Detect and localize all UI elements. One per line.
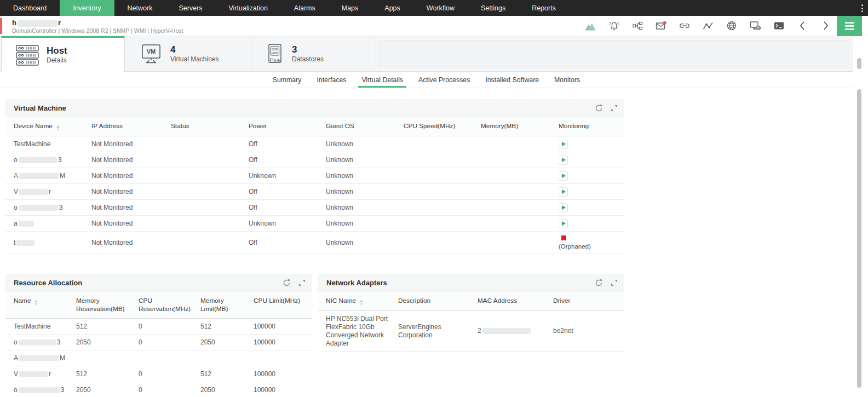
- start-monitoring-button[interactable]: [559, 219, 568, 228]
- response-time-icon[interactable]: [702, 20, 714, 31]
- column-header[interactable]: Description: [390, 292, 470, 311]
- nav-overflow-menu-icon[interactable]: [861, 4, 863, 12]
- tab-title: 4: [170, 44, 219, 55]
- refresh-icon[interactable]: [595, 279, 603, 287]
- expand-icon[interactable]: [611, 105, 618, 112]
- start-monitoring-button[interactable]: [559, 156, 568, 165]
- tab-host-details[interactable]: Host Details: [1, 36, 125, 72]
- mac-address-cell: 2: [470, 311, 545, 352]
- ip-address-cell: Not Monitored: [83, 232, 163, 254]
- column-header[interactable]: CPU Speed(MHz): [395, 117, 473, 136]
- status-cell: [163, 184, 240, 200]
- column-header[interactable]: Memory Limit(MB): [192, 292, 245, 319]
- sort-icon[interactable]: [35, 300, 38, 306]
- vm-table-row[interactable]: a Not Monitored Unknown Unknown: [5, 216, 624, 232]
- web-console-icon[interactable]: [726, 20, 738, 31]
- column-header[interactable]: Status: [163, 117, 240, 136]
- network-adapters-table: NIC Name Description MAC Address Driver …: [318, 292, 624, 352]
- column-header[interactable]: Monitoring: [550, 117, 624, 136]
- sort-icon[interactable]: [56, 125, 60, 131]
- vm-table-row[interactable]: Vr Not Monitored Off Unknown: [5, 184, 624, 200]
- nav-item[interactable]: Virtualization: [216, 0, 281, 16]
- nav-item[interactable]: Reports: [519, 0, 569, 16]
- email-icon[interactable]: [655, 20, 667, 31]
- column-header[interactable]: CPU Limit(MHz): [245, 292, 312, 319]
- sub-tab[interactable]: Interfaces: [316, 72, 347, 88]
- host-name: hr: [12, 19, 61, 27]
- column-header[interactable]: Memory(MB): [473, 117, 550, 136]
- memory-limit-cell: 2050: [192, 382, 245, 397]
- previous-device-icon[interactable]: [796, 20, 808, 31]
- resource-table-row[interactable]: o3 2050 0 2050 100000: [5, 335, 312, 350]
- nav-item[interactable]: Alarms: [281, 0, 329, 16]
- terminal-icon[interactable]: [773, 20, 785, 31]
- column-header[interactable]: NIC Name: [318, 292, 390, 311]
- start-monitoring-button[interactable]: [559, 171, 568, 181]
- vm-table-row[interactable]: o3 Not Monitored Off Unknown: [5, 200, 624, 216]
- column-header[interactable]: CPU Reservation(MHz): [130, 292, 192, 319]
- sort-icon[interactable]: [360, 300, 363, 306]
- device-dependency-icon[interactable]: [631, 20, 643, 31]
- sub-tab[interactable]: Virtual Details: [361, 72, 404, 88]
- column-header[interactable]: MAC Address: [470, 292, 545, 311]
- expand-icon[interactable]: [611, 279, 618, 286]
- nav-item[interactable]: Network: [114, 0, 166, 16]
- memory-reservation-cell: 512: [68, 319, 130, 335]
- resource-table-row[interactable]: TestMachine 512 0 512 100000: [5, 319, 312, 335]
- vm-table-row[interactable]: t Not Monitored Off Unknown (Orphaned): [5, 232, 624, 254]
- vm-table-row[interactable]: o3 Not Monitored Off Unknown: [5, 152, 624, 168]
- tab-virtual-machines[interactable]: VM 4 Virtual Machines: [125, 36, 251, 72]
- column-header[interactable]: IP Address: [83, 117, 163, 136]
- column-header[interactable]: Driver: [545, 292, 624, 311]
- sub-tab[interactable]: Installed Software: [485, 72, 539, 88]
- resource-allocation-panel: Resource Allocation Name Memory Reservat: [5, 274, 312, 397]
- monitoring-cell: [550, 152, 624, 168]
- tab-datastores[interactable]: SSD HDD 3 Datastores: [251, 36, 376, 72]
- status-cell: [163, 152, 240, 168]
- orphaned-status-icon: [561, 235, 566, 240]
- device-name-cell: Vr: [5, 184, 83, 200]
- refresh-icon[interactable]: [283, 279, 291, 287]
- vm-table-row[interactable]: TestMachine Not Monitored Off Unknown: [5, 136, 624, 152]
- guest-os-cell: Unknown: [318, 200, 395, 216]
- column-header[interactable]: Name: [5, 292, 68, 319]
- refresh-icon[interactable]: [595, 104, 603, 112]
- memory-reservation-cell: 2050: [68, 382, 130, 397]
- column-header[interactable]: Memory Reservation(MB): [68, 292, 130, 319]
- resource-table-row[interactable]: AM: [5, 350, 312, 366]
- redacted-text: [19, 173, 59, 179]
- column-header[interactable]: Power: [240, 117, 318, 136]
- resource-table-row[interactable]: o3 2050 0 2050 100000: [5, 382, 312, 397]
- nav-item[interactable]: Workflow: [413, 0, 468, 16]
- monitoring-cell: [550, 136, 624, 152]
- nic-table-row[interactable]: HP NC553i Dual Port FlexFabric 10Gb Conv…: [318, 311, 624, 352]
- nav-item[interactable]: Apps: [371, 0, 413, 16]
- scrollbar-thumb[interactable]: [857, 89, 861, 388]
- start-monitoring-button[interactable]: [559, 187, 568, 197]
- guest-os-cell: Unknown: [318, 184, 395, 200]
- nav-item[interactable]: Maps: [329, 0, 372, 16]
- nav-item[interactable]: Inventory: [60, 0, 114, 16]
- device-menu-button[interactable]: [837, 16, 862, 36]
- column-header[interactable]: Guest OS: [318, 117, 395, 136]
- performance-graphs-icon[interactable]: [584, 20, 596, 31]
- next-device-icon[interactable]: [820, 20, 832, 31]
- column-header[interactable]: Device Name: [5, 117, 83, 136]
- scrollbar-thumb[interactable]: [857, 58, 861, 69]
- resource-table-row[interactable]: Vr 512 0 512 100000: [5, 366, 312, 382]
- vm-table-row[interactable]: AM Not Monitored Unknown Unknown: [5, 168, 624, 184]
- guest-os-cell: Unknown: [318, 152, 395, 168]
- start-monitoring-button[interactable]: [559, 203, 568, 212]
- device-links-icon[interactable]: [679, 20, 691, 31]
- memory-reservation-cell: [68, 350, 130, 366]
- remote-desktop-icon[interactable]: [749, 20, 761, 31]
- start-monitoring-button[interactable]: [559, 140, 568, 149]
- nav-item[interactable]: Servers: [165, 0, 215, 16]
- nav-item[interactable]: Dashboard: [0, 0, 60, 16]
- sub-tab[interactable]: Active Processes: [418, 72, 470, 88]
- sub-tab[interactable]: Summary: [272, 72, 302, 88]
- nav-item[interactable]: Settings: [468, 0, 519, 16]
- sub-tab[interactable]: Monitors: [554, 72, 580, 88]
- expand-icon[interactable]: [298, 279, 306, 286]
- notifications-bell-icon[interactable]: [608, 20, 620, 31]
